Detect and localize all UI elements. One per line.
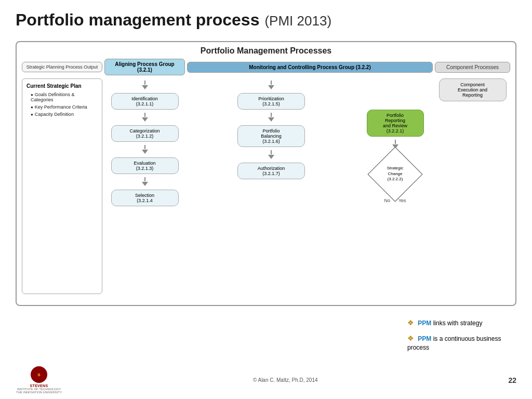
notes-area: ❖ PPM links with strategy ❖ PPM is a con… (407, 318, 516, 357)
page-title-sub: (PMI 2013) (264, 13, 331, 29)
process-evaluation: Evaluation(3.2.1.3) (111, 157, 179, 174)
arrow-down-2 (142, 117, 148, 122)
col-header-aligning: Aligning Process Group (3.2.1) (104, 59, 185, 75)
arrow-down-6 (268, 117, 274, 122)
content-area: Current Strategic Plan Goals Definitions… (22, 78, 510, 294)
stevens-logo: S STEVENS INSTITUTE OF TECHNOLOGY THE IN… (16, 366, 62, 394)
page: Portfolio management process (PMI 2013) … (0, 0, 532, 399)
left-panel: Current Strategic Plan Goals Definitions… (22, 78, 102, 294)
bullet-kpi: Key Performance Criteria (31, 104, 98, 110)
footer: S STEVENS INSTITUTE OF TECHNOLOGY THE IN… (0, 366, 532, 394)
component-exec-box: ComponentExecution andReporting (439, 78, 507, 101)
diamond-text: StrategicChange(3.2.2.2) (377, 166, 414, 182)
col-headers: Strategic Planning Process Output Aligni… (22, 59, 510, 75)
middle-col: Prioritization(3.2.1.5) PortfolioBalanci… (187, 78, 355, 294)
process-reporting-review: PortfolioReportingand Review(3.2.2.1) (367, 110, 424, 137)
process-identification: Identification(3.2.1.1) (111, 93, 179, 110)
no-label: No (384, 198, 390, 203)
col-header-monitoring: Monitoring and Controlling Process Group… (187, 62, 433, 73)
col-header-strategic: Strategic Planning Process Output (22, 62, 102, 72)
monitor-col: PortfolioReportingand Review(3.2.2.1) St… (357, 78, 433, 294)
right-col: ComponentExecution andReporting (435, 78, 510, 294)
process-authorization: Authorization(3.2.1.7) (237, 163, 305, 179)
logo-tagline: THE INNOVATION UNIVERSITY (16, 391, 62, 394)
logo-circle: S (31, 366, 47, 383)
arrow-down-3 (142, 150, 148, 154)
note-ppm-1: ❖ PPM links with strategy (407, 318, 516, 328)
outer-box: Portfolio Management Processes Strategic… (16, 41, 516, 306)
process-selection: Selection(3.2.1.4 (111, 190, 179, 206)
bullet-goals: Goals Definitions & Categories (31, 92, 98, 102)
arrow-flow-1 (142, 81, 148, 90)
note-ppm-2: ❖ PPM is a continuous business process (407, 334, 516, 352)
footer-copyright: © Alan C. Maltz, Ph.D, 2014 (62, 377, 508, 383)
arrow-down-1 (142, 85, 148, 89)
process-categorization: Categorization(3.2.1.2) (111, 125, 179, 142)
logo-text: STEVENS (30, 384, 48, 388)
arrow-down-5 (268, 85, 274, 89)
bullet-capacity: Capacity Definition (31, 112, 98, 117)
process-balancing: PortfolioBalancing(3.2.1.6) (237, 125, 305, 147)
arrow-down-7 (268, 155, 274, 159)
outer-box-title: Portfolio Management Processes (22, 46, 510, 56)
page-title: Portfolio management process (16, 10, 259, 30)
arrow-down-4 (142, 182, 148, 186)
page-number: 22 (508, 376, 516, 384)
yes-label: Yes (398, 198, 406, 203)
col-header-component: Component Processes (435, 62, 510, 73)
process-prioritization: Prioritization(3.2.1.5) (237, 93, 305, 110)
align-col: Identification(3.2.1.1) Categorization(3… (104, 78, 185, 294)
left-panel-title: Current Strategic Plan (26, 83, 98, 89)
diamond-wrap: StrategicChange(3.2.2.2) (372, 153, 419, 195)
